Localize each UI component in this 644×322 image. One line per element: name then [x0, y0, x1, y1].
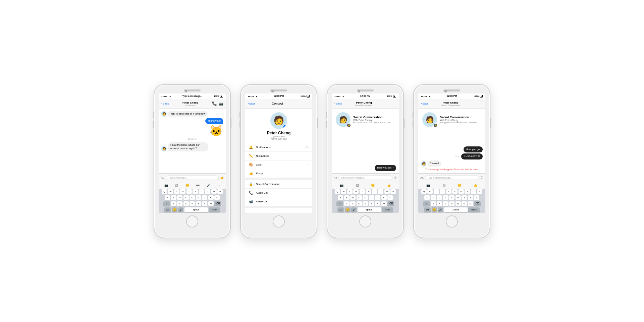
pencil-icon: ✏️ [249, 154, 253, 158]
video-icon[interactable]: 📷 [219, 102, 223, 106]
dark-bubble: Here you go: › [375, 165, 396, 171]
key-return[interactable]: return [209, 207, 220, 212]
dots-icon[interactable]: ··· [218, 184, 220, 187]
emoji-icon[interactable]: 😊 [185, 184, 189, 187]
key-c[interactable]: C [183, 201, 189, 206]
camera-icon[interactable]: 📷 [164, 184, 168, 187]
call-icon[interactable]: 📞 [212, 101, 217, 106]
back-button-4[interactable]: ‹ Back [421, 102, 428, 105]
camera-icon[interactable]: 📷 [426, 184, 430, 187]
timer-icon[interactable]: ⏱ [480, 176, 483, 179]
toolbar-4: 📷 🖼 😊 👍 [418, 182, 485, 189]
key-delete[interactable]: ⌫ [214, 201, 221, 206]
key-i[interactable]: I [205, 189, 210, 194]
key-123[interactable]: 123 [164, 207, 171, 212]
keyboard-4: QWERTYUIOP ASDFGHJKL ⇧ZXCVBNM⌫ 123😊🎤spac… [418, 189, 485, 213]
nav-title-1: Peter Cheng [169, 101, 212, 104]
menu-audio-call[interactable]: 📞 Audio Call [245, 189, 312, 197]
key-u[interactable]: U [199, 189, 204, 194]
menu-notifications[interactable]: 🔔 Notifications On [245, 143, 312, 152]
key-emoji[interactable]: 😊 [172, 207, 177, 212]
menu-label: Notifications [256, 146, 303, 149]
dark-bubble: Here you go: [464, 146, 483, 152]
key-h[interactable]: H [196, 195, 201, 200]
home-button[interactable] [186, 215, 198, 228]
status-bar: ●●●●●▲ 12:00 PM 100%▮ [332, 93, 399, 99]
key-s[interactable]: S [171, 195, 176, 200]
key-m[interactable]: M [208, 201, 214, 206]
like-icon[interactable]: 👍 [220, 176, 224, 179]
like-icon[interactable]: 👍 [387, 184, 391, 187]
menu-nicknames[interactable]: ✏️ Nicknames [245, 152, 312, 160]
key-z[interactable]: Z [171, 201, 176, 206]
menu-color[interactable]: 🎨 Color › [245, 160, 312, 169]
key-q[interactable]: Q [162, 189, 167, 194]
menu-emoji[interactable]: 👍 Emoji [245, 169, 312, 178]
key-r[interactable]: R [180, 189, 185, 194]
key-j[interactable]: J [202, 195, 207, 200]
timer-icon[interactable]: ⏱ [394, 176, 397, 179]
key-b[interactable]: B [196, 201, 201, 206]
home-button[interactable] [446, 215, 458, 228]
emoji-icon[interactable]: 😊 [458, 184, 461, 187]
menu-label: Video Call [256, 200, 309, 203]
back-button-3[interactable]: ‹ Back [334, 102, 342, 105]
status-time: Type a message... [182, 95, 202, 97]
key-o[interactable]: O [211, 189, 217, 194]
key-k[interactable]: K [208, 195, 214, 200]
avatar: 🧑 [421, 161, 426, 167]
sticker: 🐱 [210, 125, 223, 136]
timed-message-row: 29:32 It's 83-6887-32 [421, 153, 483, 159]
back-button-2[interactable]: ‹ Back [248, 102, 255, 105]
nav-bar-4: ‹ Back Peter Cheng Secret Conversation [418, 99, 485, 109]
key-p[interactable]: P [217, 189, 223, 194]
phone-4: ●●●●●▲ 12:00 PM 100%▮ ‹ Back Peter Cheng… [413, 84, 490, 238]
key-n[interactable]: N [202, 201, 207, 206]
key-w[interactable]: W [168, 189, 173, 194]
gif-icon[interactable]: GIF [196, 184, 200, 186]
key-y[interactable]: Y [193, 189, 198, 194]
key-g[interactable]: G [190, 195, 195, 200]
secret-title: Secret Conversation [440, 116, 481, 119]
phone-3: ●●●●●▲ 12:00 PM 100%▮ ‹ Back Peter Cheng… [327, 84, 404, 238]
key-shift[interactable]: ⇧ [163, 201, 170, 206]
key-space[interactable]: space [184, 207, 208, 212]
photo-icon[interactable]: 🖼 [442, 184, 445, 187]
photo-icon[interactable]: 🖼 [175, 184, 178, 187]
home-button[interactable] [359, 215, 371, 228]
message-bubble: I'm at the bank, what's our account numb… [168, 142, 208, 151]
contact-name: Peter Cheng [267, 131, 291, 135]
key-f[interactable]: F [183, 195, 189, 200]
key-e[interactable]: E [174, 189, 179, 194]
key-mic[interactable]: 🎤 [178, 207, 183, 212]
emoji-icon[interactable]: 😊 [371, 184, 375, 187]
menu-video-call[interactable]: 📹 Video Call [245, 197, 312, 206]
key-l[interactable]: L [214, 195, 220, 200]
message-input[interactable]: Type a message... [166, 176, 219, 180]
menu-secret-conversation[interactable]: 🔒 Secret Conversation [245, 180, 312, 189]
camera-icon[interactable]: 📷 [340, 184, 343, 187]
photo-icon[interactable]: 🖼 [356, 184, 359, 187]
key-a[interactable]: A [165, 195, 170, 200]
secret-title: Secret Conversation [353, 116, 395, 119]
keyboard-3: QWERTYUIOP ASDFGHJKL ⇧ZXCVBNM⌫ 123😊🎤spac… [332, 189, 399, 213]
key-v[interactable]: V [190, 201, 195, 206]
menu-label: Color [256, 163, 305, 166]
key-t[interactable]: T [186, 189, 192, 194]
secret-message-input-4[interactable]: Type a secret message... [425, 176, 479, 180]
key-d[interactable]: D [177, 195, 182, 200]
secret-with: With Peter Cheng [353, 119, 395, 121]
contact-status: Active 30m ago [271, 138, 287, 140]
back-button-1[interactable]: ‹ Back [161, 102, 169, 105]
menu-label: Secret Conversation [256, 183, 309, 186]
like-icon[interactable]: 👍 [474, 184, 477, 187]
secret-avatar-wrapper: 🧑 🔒 [422, 112, 437, 127]
nav-title-4: Peter Cheng [428, 101, 473, 104]
input-bar-1: Aa Type a message... 👍 [159, 173, 226, 182]
phone-1: ●●●●● ▲ Type a message... 100% ▮ ‹ Back … [154, 84, 231, 238]
message-row: Here you go: [421, 146, 483, 152]
home-button[interactable] [273, 215, 285, 228]
secret-message-input[interactable]: Type a secret message... [338, 176, 392, 180]
mic-icon[interactable]: 🎤 [207, 184, 210, 187]
key-x[interactable]: X [177, 201, 182, 206]
